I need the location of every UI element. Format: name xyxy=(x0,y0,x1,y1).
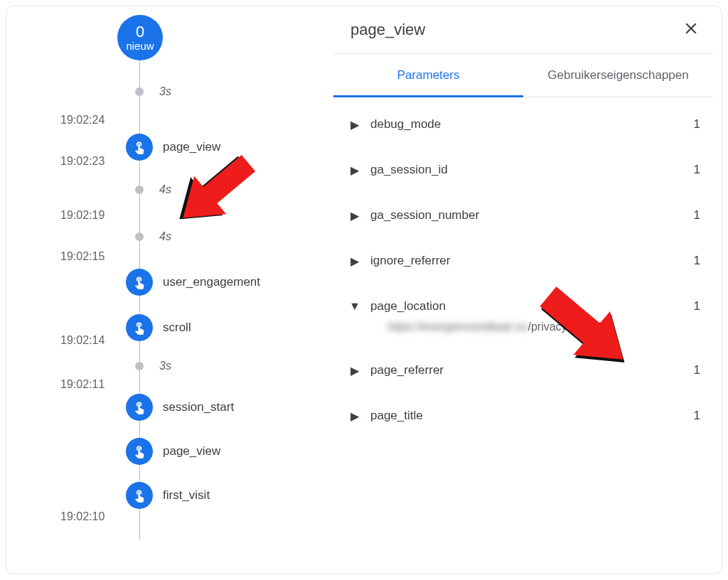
param-name: ga_session_id xyxy=(370,163,684,177)
timestamp: 19:02:11 xyxy=(60,378,105,391)
param-row-page-referrer[interactable]: ▶ page_referrer 1 xyxy=(348,348,709,393)
event-page-view[interactable]: page_view xyxy=(126,134,220,161)
event-icon-circle xyxy=(126,134,153,161)
param-value: 1 xyxy=(694,117,700,131)
param-name: page_referrer xyxy=(370,363,684,377)
panel-title: page_view xyxy=(350,21,425,39)
touch-icon xyxy=(132,444,146,458)
expand-icon: ▶ xyxy=(349,118,360,131)
expand-icon: ▶ xyxy=(349,209,360,222)
timeline-dot xyxy=(135,232,144,241)
expand-icon: ▶ xyxy=(349,364,360,377)
close-button[interactable] xyxy=(682,19,700,41)
new-events-badge[interactable]: 0 nieuw xyxy=(117,15,163,60)
expand-icon: ▶ xyxy=(349,254,360,268)
event-session-start[interactable]: session_start xyxy=(126,394,234,421)
close-icon xyxy=(682,19,700,38)
event-icon-circle xyxy=(126,394,153,421)
param-value: 1 xyxy=(694,299,700,313)
new-label: nieuw xyxy=(126,40,154,52)
event-detail-panel: page_view Parameters Gebruikerseigenscha… xyxy=(333,6,722,574)
touch-icon xyxy=(132,321,146,335)
touch-icon xyxy=(132,488,146,503)
touch-icon xyxy=(132,140,146,154)
event-label: page_view xyxy=(163,444,220,458)
timestamp: 19:02:10 xyxy=(60,510,105,523)
param-name: ga_session_number xyxy=(370,208,684,222)
event-icon-circle xyxy=(126,314,153,341)
event-user-engagement[interactable]: user_engagement xyxy=(126,269,260,296)
param-row-ga-session-id[interactable]: ▶ ga_session_id 1 xyxy=(348,147,709,193)
param-row-page-title[interactable]: ▶ page_title 1 xyxy=(348,393,709,439)
param-name: page_location xyxy=(370,299,684,313)
param-name: ignore_referrer xyxy=(370,254,684,268)
page-location-url: https://energievoorelkaar.nu/privacybele… xyxy=(348,321,709,348)
event-label: first_visit xyxy=(163,488,210,503)
param-row-ignore-referrer[interactable]: ▶ ignore_referrer 1 xyxy=(348,238,709,284)
param-row-ga-session-number[interactable]: ▶ ga_session_number 1 xyxy=(348,193,709,238)
collapse-icon: ▼ xyxy=(349,300,360,313)
timestamp: 19:02:23 xyxy=(60,155,105,168)
timestamp: 19:02:14 xyxy=(60,334,105,347)
expand-icon: ▶ xyxy=(349,163,360,177)
timeline-dot xyxy=(135,186,144,194)
event-icon-circle xyxy=(126,269,153,296)
param-value: 1 xyxy=(694,363,700,377)
panel-header: page_view xyxy=(333,6,713,54)
event-label: session_start xyxy=(163,400,234,414)
param-name: debug_mode xyxy=(370,117,684,131)
tab-parameters[interactable]: Parameters xyxy=(333,54,523,97)
param-value: 1 xyxy=(694,409,700,423)
tab-user-properties[interactable]: Gebruikerseigenschappen xyxy=(523,54,713,97)
parameters-list: ▶ debug_mode 1 ▶ ga_session_id 1 ▶ ga_se… xyxy=(333,97,713,439)
new-count: 0 xyxy=(136,24,144,40)
timestamp: 19:02:24 xyxy=(60,114,105,127)
detail-tabs: Parameters Gebruikerseigenschappen xyxy=(333,54,713,97)
event-first-visit[interactable]: first_visit xyxy=(126,482,210,509)
timestamp: 19:02:19 xyxy=(60,209,105,222)
param-row-debug-mode[interactable]: ▶ debug_mode 1 xyxy=(348,102,709,147)
param-name: page_title xyxy=(370,409,684,423)
param-value: 1 xyxy=(694,208,700,222)
url-blurred-part: https://energievoorelkaar.nu xyxy=(387,321,528,333)
param-row-page-location[interactable]: ▼ page_location 1 xyxy=(348,284,709,321)
event-label: page_view xyxy=(163,140,220,154)
event-label: scroll xyxy=(163,321,191,335)
timeline-dot xyxy=(135,87,144,96)
event-icon-circle xyxy=(126,438,153,465)
delay-label: 3s xyxy=(159,85,171,98)
timestamp: 19:02:15 xyxy=(60,250,105,263)
delay-label: 3s xyxy=(159,360,171,372)
event-scroll[interactable]: scroll xyxy=(126,314,191,341)
event-label: user_engagement xyxy=(163,275,260,289)
event-page-view-2[interactable]: page_view xyxy=(126,438,220,465)
debugview-card: 0 nieuw 3s 19:02:24 page_view 19:02:23 4… xyxy=(6,6,722,574)
event-timeline: 0 nieuw 3s 19:02:24 page_view 19:02:23 4… xyxy=(6,6,333,574)
param-value: 1 xyxy=(694,254,700,268)
param-value: 1 xyxy=(694,163,700,177)
touch-icon xyxy=(132,400,146,414)
expand-icon: ▶ xyxy=(349,409,360,423)
url-clear-part: /privacybeleid/ xyxy=(528,321,600,333)
timeline-dot xyxy=(135,362,144,370)
touch-icon xyxy=(132,275,146,289)
event-icon-circle xyxy=(126,482,153,509)
timeline-axis xyxy=(139,56,140,539)
delay-label: 4s xyxy=(159,230,171,243)
delay-label: 4s xyxy=(159,183,171,196)
